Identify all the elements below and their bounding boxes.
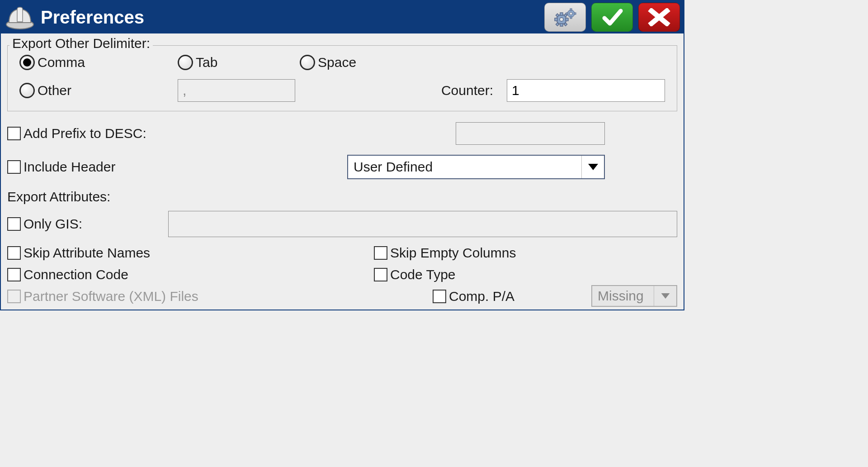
radio-tab[interactable]: Tab <box>178 55 300 70</box>
gears-icon <box>553 7 577 27</box>
svg-point-12 <box>570 12 572 15</box>
fieldset-legend: Export Other Delimiter: <box>9 36 153 51</box>
header-dropdown-value: User Defined <box>348 159 581 175</box>
chevron-down-icon <box>654 286 676 306</box>
counter-input[interactable] <box>507 79 665 102</box>
missing-dropdown[interactable]: Missing <box>591 285 677 307</box>
skip-attr-names-label: Skip Attribute Names <box>24 245 150 261</box>
other-delimiter-input[interactable] <box>178 79 295 102</box>
include-header-row: Include Header User Defined <box>7 155 677 179</box>
include-header-label: Include Header <box>24 159 115 175</box>
svg-marker-18 <box>661 293 670 299</box>
cancel-button[interactable] <box>638 3 680 32</box>
content-area: Export Other Delimiter: Comma Tab Space <box>1 33 684 310</box>
lower-options-grid: Skip Attribute Names Skip Empty Columns … <box>7 245 677 307</box>
svg-rect-16 <box>574 13 576 14</box>
partner-software-checkbox <box>7 290 21 303</box>
comp-pa-label: Comp. P/A <box>449 289 514 304</box>
close-icon <box>648 8 670 26</box>
export-delimiter-fieldset: Export Other Delimiter: Comma Tab Space <box>7 45 677 111</box>
skip-empty-columns-label: Skip Empty Columns <box>390 245 516 261</box>
connection-code-checkbox[interactable] <box>7 268 21 281</box>
radio-tab-label: Tab <box>196 55 217 70</box>
preferences-window: Preferences <box>0 0 684 310</box>
svg-rect-6 <box>566 18 568 21</box>
export-attributes-label: Export Attributes: <box>7 189 677 205</box>
ok-button[interactable] <box>591 3 633 32</box>
only-gis-row: Only GIS: <box>7 211 677 237</box>
svg-rect-4 <box>560 24 563 26</box>
app-hardhat-icon <box>5 3 35 31</box>
titlebar: Preferences <box>1 1 684 33</box>
radio-comma[interactable]: Comma <box>19 55 178 70</box>
svg-marker-17 <box>588 164 598 170</box>
header-type-dropdown[interactable]: User Defined <box>347 155 605 179</box>
only-gis-checkbox[interactable] <box>7 217 21 231</box>
only-gis-input[interactable] <box>168 211 677 237</box>
missing-dropdown-container: Missing <box>591 285 677 307</box>
svg-rect-3 <box>560 13 563 15</box>
code-type-checkbox[interactable] <box>374 268 387 281</box>
check-icon <box>600 7 624 27</box>
window-title: Preferences <box>41 7 539 28</box>
radio-row-1: Comma Tab Space <box>19 55 665 70</box>
partner-software-label: Partner Software (XML) Files <box>24 289 198 304</box>
svg-rect-14 <box>570 17 572 19</box>
settings-button[interactable] <box>544 3 586 32</box>
radio-space[interactable]: Space <box>300 55 356 70</box>
add-prefix-label: Add Prefix to DESC: <box>24 126 146 141</box>
connection-code-label: Connection Code <box>24 267 128 282</box>
svg-rect-15 <box>566 13 568 14</box>
comp-pa-checkbox[interactable] <box>433 290 446 303</box>
chevron-down-icon <box>581 156 604 178</box>
radio-other-label: Other <box>38 83 71 98</box>
code-type-label: Code Type <box>390 267 456 282</box>
add-prefix-row: Add Prefix to DESC: <box>7 122 677 145</box>
include-header-checkbox[interactable] <box>7 160 21 174</box>
skip-attr-names-checkbox[interactable] <box>7 246 21 260</box>
missing-dropdown-value: Missing <box>592 288 654 304</box>
svg-point-2 <box>560 18 563 21</box>
svg-rect-5 <box>555 18 557 21</box>
radio-row-2: Other Counter: <box>19 79 665 102</box>
counter-label: Counter: <box>441 83 493 98</box>
radio-comma-label: Comma <box>38 55 85 70</box>
svg-rect-13 <box>570 9 572 10</box>
radio-space-label: Space <box>318 55 356 70</box>
add-prefix-checkbox[interactable] <box>7 127 21 140</box>
skip-empty-columns-checkbox[interactable] <box>374 246 387 260</box>
radio-other[interactable]: Other <box>19 83 178 98</box>
only-gis-label: Only GIS: <box>24 216 168 232</box>
add-prefix-input[interactable] <box>456 122 605 145</box>
